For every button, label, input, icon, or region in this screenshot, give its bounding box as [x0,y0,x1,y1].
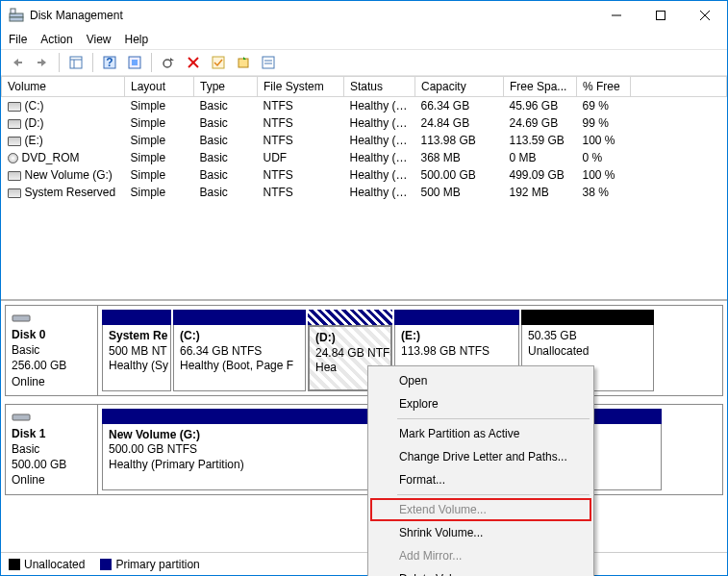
partition-size: 24.84 GB NTFS [315,346,385,362]
disk-scroll[interactable]: Disk 0Basic256.00 GBOnlineSystem Re500 M… [1,301,727,552]
volume-name: (C:) [25,99,44,113]
table-row[interactable]: New Volume (G:)SimpleBasicNTFSHealthy (P… [2,166,727,184]
partition-size: 66.34 GB NTFS [180,344,299,360]
partition-bar [521,310,654,325]
partition-bar [102,310,171,325]
close-button[interactable] [683,1,727,30]
volume-name: System Reserved [25,186,116,199]
cell-status: Healthy (P... [344,149,415,166]
col-type[interactable]: Type [194,77,258,97]
menu-item[interactable]: Open [370,369,591,392]
svg-rect-8 [38,62,41,63]
help-icon[interactable]: ? [99,52,120,73]
disk-info[interactable]: Disk 1Basic500.00 GBOnline [6,405,98,494]
cell-status: Healthy (P... [344,166,415,184]
drive-icon [8,119,21,129]
disk-info[interactable]: Disk 0Basic256.00 GBOnline [6,306,98,395]
check-icon[interactable] [208,52,229,73]
refresh-icon[interactable] [158,52,179,73]
partition-bar [173,310,306,325]
cell-capacity: 113.98 GB [415,132,504,149]
list-icon[interactable] [258,52,279,73]
menu-item[interactable]: Mark Partition as Active [370,422,591,445]
maximize-button[interactable] [639,1,683,30]
table-row[interactable]: DVD_ROMSimpleBasicUDFHealthy (P...368 MB… [2,149,727,166]
partition-size: 50.35 GB [528,329,647,344]
cell-pct: 99 % [577,114,631,132]
cell-filesystem: NTFS [258,97,344,115]
svg-rect-25 [13,414,30,420]
table-row[interactable]: (D:)SimpleBasicNTFSHealthy (P...24.84 GB… [2,114,727,132]
volume-name: (D:) [25,116,44,130]
partition-bar [394,310,519,325]
svg-rect-2 [11,9,15,13]
cell-layout: Simple [125,184,194,201]
table-row[interactable]: (E:)SimpleBasicNTFSHealthy (P...113.98 G… [2,132,727,149]
partition-size: 113.98 GB NTFS [401,344,513,360]
col-free-space[interactable]: Free Spa... [504,77,577,97]
partition-label: (D:) [315,331,385,346]
menu-action[interactable]: Action [40,33,72,46]
disk-size: 500.00 GB [12,457,91,472]
partition-body: (C:)66.34 GB NTFSHealthy (Boot, Page F [173,325,306,391]
cell-free: 0 MB [504,149,577,166]
partition-label: (E:) [401,329,513,344]
cell-capacity: 500.00 GB [415,166,504,184]
cell-filesystem: UDF [258,149,344,166]
col-capacity[interactable]: Capacity [415,77,504,97]
disk-size: 256.00 GB [12,358,91,373]
cell-type: Basic [194,149,258,166]
table-row[interactable]: (C:)SimpleBasicNTFSHealthy (B...66.34 GB… [2,97,727,115]
cell-filesystem: NTFS [258,184,344,201]
svg-rect-9 [70,57,82,68]
cell-status: Healthy (P... [344,114,415,132]
back-button[interactable] [7,52,28,73]
partition-status: Healthy (Boot, Page F [180,359,299,374]
svg-point-16 [163,60,171,67]
col-filesystem[interactable]: File System [258,77,344,97]
drive-icon [8,137,21,146]
col-status[interactable]: Status [344,77,415,97]
menu-item[interactable]: Change Drive Letter and Paths... [370,445,591,468]
disk-state: Online [12,472,91,488]
forward-button[interactable] [32,52,53,73]
context-menu: OpenExploreMark Partition as ActiveChang… [367,365,594,576]
col-percent-free[interactable]: % Free [577,77,631,97]
action-icon[interactable] [233,52,254,73]
menu-item[interactable]: Explore [370,392,591,415]
svg-rect-0 [10,13,23,17]
minimize-button[interactable] [594,1,639,30]
menu-item[interactable]: Format... [370,468,591,491]
column-headers[interactable]: Volume Layout Type File System Status Ca… [2,77,727,97]
svg-rect-7 [18,62,22,63]
cell-free: 499.09 GB [504,166,577,184]
disk-state: Online [12,374,91,389]
delete-icon[interactable] [183,52,204,73]
disk-type: Basic [12,441,91,457]
menu-item[interactable]: Delete Volume... [370,567,591,576]
drive-icon [8,188,21,198]
legend-unallocated: Unallocated [9,558,85,571]
partition[interactable]: (C:)66.34 GB NTFSHealthy (Boot, Page F [173,310,306,391]
partition[interactable]: System Re500 MB NTHealthy (Sy [102,310,171,391]
cell-free: 45.96 GB [504,97,577,115]
col-volume[interactable]: Volume [2,77,125,97]
partition-label: (C:) [180,329,299,344]
settings-icon[interactable] [124,52,145,73]
menu-file[interactable]: File [9,33,27,46]
show-hide-tree-icon[interactable] [65,52,87,73]
partition-status: Healthy (Sy [109,359,164,374]
cell-free: 113.59 GB [504,132,577,149]
cell-status: Healthy (B... [344,97,415,115]
disk-graphical-panel: Disk 0Basic256.00 GBOnlineSystem Re500 M… [1,301,727,552]
menu-view[interactable]: View [87,33,112,46]
volume-table[interactable]: Volume Layout Type File System Status Ca… [1,76,727,301]
cell-type: Basic [194,184,258,201]
cell-layout: Simple [125,132,194,149]
disk-row: Disk 0Basic256.00 GBOnlineSystem Re500 M… [5,305,723,396]
menu-help[interactable]: Help [125,33,149,46]
col-layout[interactable]: Layout [125,77,194,97]
menu-item[interactable]: Shrink Volume... [370,521,591,544]
cell-filesystem: NTFS [258,132,344,149]
table-row[interactable]: System ReservedSimpleBasicNTFSHealthy (S… [2,184,727,201]
